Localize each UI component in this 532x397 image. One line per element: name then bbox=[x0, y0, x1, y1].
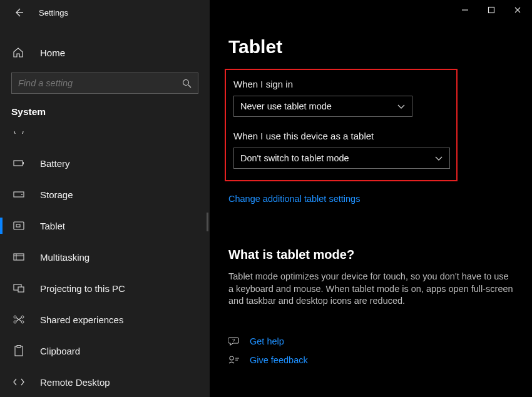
select-signin[interactable]: Never use tablet mode bbox=[233, 96, 412, 117]
select-signin-value: Never use tablet mode bbox=[240, 101, 332, 111]
highlighted-region: When I sign in Never use tablet mode Whe… bbox=[225, 69, 458, 181]
svg-point-0 bbox=[183, 79, 189, 85]
svg-rect-2 bbox=[23, 162, 24, 164]
svg-rect-6 bbox=[16, 224, 20, 227]
feedback-icon bbox=[228, 355, 240, 365]
sidebar-item-label: Remote Desktop bbox=[40, 377, 110, 388]
sidebar-item-remote[interactable]: Remote Desktop bbox=[0, 366, 210, 397]
home-label: Home bbox=[40, 48, 65, 58]
multitasking-icon bbox=[13, 251, 25, 263]
maximize-button[interactable] bbox=[487, 6, 496, 14]
tablet-icon bbox=[13, 219, 25, 232]
field-label-device: When I use this device as a tablet bbox=[233, 131, 449, 141]
titlebar: Settings bbox=[0, 0, 210, 25]
battery-icon bbox=[13, 157, 25, 169]
remote-icon bbox=[13, 376, 25, 388]
link-get-help[interactable]: Get help bbox=[250, 336, 284, 346]
storage-icon bbox=[13, 188, 25, 201]
sidebar-item-tablet[interactable]: Tablet bbox=[0, 210, 210, 241]
svg-point-4 bbox=[21, 194, 23, 195]
chevron-down-icon bbox=[397, 103, 406, 109]
svg-rect-16 bbox=[489, 8, 494, 13]
svg-point-12 bbox=[14, 321, 16, 323]
sidebar-item-label: Clipboard bbox=[40, 346, 80, 356]
power-icon bbox=[13, 125, 25, 138]
sidebar-section-system: System bbox=[0, 94, 210, 123]
sidebar-item-label: Shared experiences bbox=[40, 314, 123, 325]
help-body: Tablet mode optimizes your device for to… bbox=[228, 271, 513, 308]
search-input[interactable] bbox=[18, 78, 182, 88]
select-device[interactable]: Don't switch to tablet mode bbox=[233, 148, 450, 169]
select-device-value: Don't switch to tablet mode bbox=[240, 153, 349, 163]
page-title: Tablet bbox=[228, 36, 513, 58]
svg-rect-7 bbox=[14, 254, 24, 260]
sidebar-item-projecting[interactable]: Projecting to this PC bbox=[0, 273, 210, 304]
projecting-icon bbox=[13, 282, 25, 294]
back-button[interactable] bbox=[13, 6, 25, 19]
minimize-button[interactable] bbox=[461, 6, 469, 14]
chevron-down-icon bbox=[434, 155, 443, 161]
sidebar-item-multitasking[interactable]: Multitasking bbox=[0, 241, 210, 273]
sidebar-item-label: Projecting to this PC bbox=[40, 283, 125, 294]
sidebar-item-home[interactable]: Home bbox=[0, 40, 210, 65]
sidebar-item-label: Tablet bbox=[40, 221, 65, 231]
svg-point-18 bbox=[230, 356, 233, 360]
sidebar-item-clipboard[interactable]: Clipboard bbox=[0, 335, 210, 366]
shared-icon bbox=[13, 313, 25, 326]
svg-point-13 bbox=[21, 321, 24, 323]
clipboard-icon bbox=[13, 344, 25, 357]
main-content: Tablet When I sign in Never use tablet m… bbox=[210, 0, 532, 397]
sidebar-item-label: Multitasking bbox=[40, 252, 90, 263]
titlebar-title: Settings bbox=[39, 8, 68, 18]
svg-rect-9 bbox=[18, 287, 24, 292]
link-give-feedback[interactable]: Give feedback bbox=[250, 355, 308, 365]
sidebar-item-battery[interactable]: Battery bbox=[0, 148, 210, 179]
sidebar-item-shared[interactable]: Shared experiences bbox=[0, 304, 210, 335]
link-additional-settings[interactable]: Change additional tablet settings bbox=[228, 194, 513, 204]
help-icon: ? bbox=[228, 336, 240, 346]
help-heading: What is tablet mode? bbox=[228, 248, 513, 262]
window-controls bbox=[228, 0, 522, 20]
sidebar-item-label: Storage bbox=[40, 189, 73, 200]
svg-point-11 bbox=[21, 316, 24, 318]
svg-rect-15 bbox=[17, 346, 21, 348]
sidebar-item-label: Battery bbox=[40, 158, 70, 169]
sidebar-item-power-sleep[interactable]: x bbox=[0, 125, 210, 148]
svg-rect-5 bbox=[14, 222, 24, 229]
search-box[interactable] bbox=[11, 73, 198, 94]
search-icon bbox=[182, 79, 192, 88]
svg-rect-1 bbox=[14, 161, 23, 166]
close-button[interactable] bbox=[513, 6, 522, 14]
svg-point-10 bbox=[14, 316, 16, 318]
sidebar-item-storage[interactable]: Storage bbox=[0, 179, 210, 210]
home-icon bbox=[13, 47, 25, 58]
sidebar-nav: x Battery Storage Tablet Multitasking bbox=[0, 125, 210, 397]
sidebar: Settings Home System x Battery bbox=[0, 0, 210, 397]
svg-rect-14 bbox=[15, 346, 23, 356]
field-label-signin: When I sign in bbox=[233, 79, 449, 89]
svg-text:?: ? bbox=[232, 338, 235, 343]
scrollbar[interactable] bbox=[207, 213, 208, 231]
